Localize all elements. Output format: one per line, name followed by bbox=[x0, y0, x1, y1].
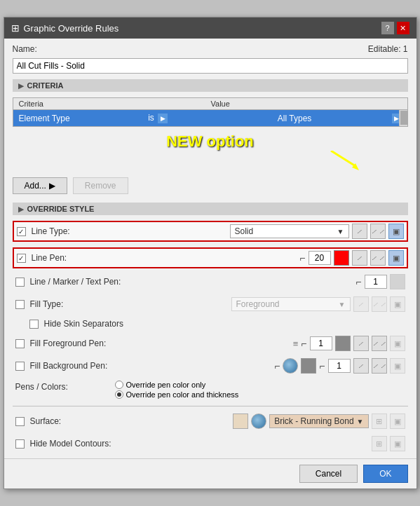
fill-fg-pen-controls: ≡ ⌐ ⟋ ⟋⟋ ▣ bbox=[293, 336, 405, 351]
line-pen-controls: ⌐ ⟋ ⟋⟋ ▣ bbox=[299, 250, 403, 266]
fill-type-label: Fill Type: bbox=[30, 299, 121, 309]
line-pen-row: ✓ Line Pen: ⌐ ⟋ ⟋⟋ ▣ bbox=[13, 247, 408, 268]
radio-pen-color-only-label: Override pen color only bbox=[126, 381, 206, 389]
radio-row-2: Override pen color and thickness bbox=[115, 390, 239, 399]
line-marker-pen-input[interactable] bbox=[365, 275, 387, 289]
globe-icon[interactable] bbox=[283, 358, 298, 374]
surface-value: Brick - Running Bond bbox=[274, 416, 353, 426]
line-pen-icon3[interactable]: ▣ bbox=[388, 250, 404, 266]
surface-dropdown[interactable]: Brick - Running Bond ▼ bbox=[269, 414, 368, 428]
fill-fg-icon2[interactable]: ⟋⟋ bbox=[372, 336, 387, 351]
editable-label: Editable: 1 bbox=[368, 44, 408, 54]
line-type-label: Line Type: bbox=[32, 226, 123, 236]
fill-bg-pen-checkbox[interactable] bbox=[15, 362, 25, 371]
criteria-row[interactable]: Element Type is ▶ All Types ▶ bbox=[13, 110, 407, 126]
name-input[interactable] bbox=[13, 58, 408, 74]
surface-dd-arrow: ▼ bbox=[357, 418, 364, 425]
override-collapse-arrow[interactable]: ▶ bbox=[18, 205, 24, 213]
line-pen-icon2[interactable]: ⟋⟋ bbox=[370, 250, 386, 266]
op-dropdown-arrow[interactable]: ▶ bbox=[158, 114, 168, 123]
help-button[interactable]: ? bbox=[381, 22, 394, 34]
arrow-annotation bbox=[13, 151, 408, 170]
fill-fg-icon3: ▣ bbox=[390, 336, 405, 351]
line-type-checkbox[interactable]: ✓ bbox=[17, 227, 26, 236]
radio-pen-color-thickness-label: Override pen color and thickness bbox=[126, 390, 239, 399]
pens-colors-row: Pens / Colors: Override pen color only O… bbox=[13, 379, 408, 400]
hide-model-checkbox[interactable] bbox=[15, 439, 25, 449]
radio-pen-color-only[interactable] bbox=[115, 381, 123, 389]
fill-fg-pen-checkbox[interactable] bbox=[15, 339, 25, 348]
criteria-cell-type: Element Type bbox=[16, 113, 146, 124]
line-type-dropdown[interactable]: Solid ▼ bbox=[230, 224, 349, 238]
fill-type-value: Foreground bbox=[236, 299, 280, 309]
fill-type-row: Fill Type: Foreground ▼ ⟋ ⟋⟋ ▣ bbox=[13, 295, 408, 313]
fill-type-icon1: ⟋ bbox=[353, 296, 369, 312]
fill-fg-pen-row: Fill Foreground Pen: ≡ ⌐ ⟋ ⟋⟋ ▣ bbox=[13, 334, 408, 353]
fill-bg-pen-input[interactable] bbox=[328, 359, 351, 373]
fill-type-dropdown: Foreground ▼ bbox=[231, 297, 351, 311]
line-marker-pen-label: Line / Marker / Text Pen: bbox=[30, 277, 121, 287]
surface-row: Surface: Brick - Running Bond ▼ ⊞ ▣ bbox=[13, 412, 408, 430]
line-pen-checkbox[interactable]: ✓ bbox=[17, 254, 26, 263]
line-type-dd-arrow: ▼ bbox=[337, 228, 344, 235]
svg-line-0 bbox=[331, 151, 355, 166]
dialog-body: Name: Editable: 1 ▶ CRITERIA Criteria Va… bbox=[4, 39, 416, 458]
criteria-table: Criteria Value Element Type is ▶ All Typ… bbox=[13, 97, 408, 127]
fill-fg-pen-color[interactable] bbox=[335, 336, 351, 351]
fill-bg-pen-color[interactable] bbox=[301, 358, 316, 374]
btn-row: Add... ▶ Remove bbox=[13, 175, 408, 197]
fill-bg-pen-icon2: ⌐ bbox=[319, 360, 325, 371]
fill-type-dd-arrow: ▼ bbox=[339, 301, 346, 308]
fill-fg-pen-input[interactable] bbox=[310, 336, 332, 350]
name-label: Name: bbox=[13, 44, 37, 54]
divider bbox=[13, 406, 408, 406]
fill-bg-pen-controls: ⌐ ⌐ ⟋ ⟋⟋ ▣ bbox=[274, 358, 405, 374]
name-row: Name: Editable: 1 bbox=[13, 44, 408, 54]
fill-type-checkbox[interactable] bbox=[15, 300, 25, 309]
criteria-collapse-arrow[interactable]: ▶ bbox=[18, 82, 24, 90]
line-type-icon3[interactable]: ▣ bbox=[388, 224, 404, 239]
line-marker-pen-controls: ⌐ bbox=[355, 274, 405, 289]
line-pen-input[interactable] bbox=[309, 251, 331, 265]
line-type-row: ✓ Line Type: Solid ▼ ⟋ ⟋⟋ ▣ bbox=[13, 221, 408, 242]
surface-checkbox[interactable] bbox=[15, 417, 25, 426]
line-pen-icon1[interactable]: ⟋ bbox=[352, 250, 367, 266]
override-section-label: OVERRIDE STYLE bbox=[27, 205, 95, 213]
line-marker-pen-checkbox[interactable] bbox=[15, 278, 25, 287]
line-marker-pen-row: Line / Marker / Text Pen: ⌐ bbox=[13, 273, 408, 291]
cancel-button[interactable]: Cancel bbox=[299, 465, 358, 483]
criteria-col-header: Criteria bbox=[13, 98, 205, 109]
hide-skin-checkbox[interactable] bbox=[29, 320, 39, 329]
ok-button[interactable]: OK bbox=[363, 465, 407, 483]
hide-model-controls: ⊞ ▣ bbox=[372, 436, 405, 451]
marker-pen-icon: ⌐ bbox=[355, 276, 361, 287]
pens-colors-label: Pens / Colors: bbox=[15, 381, 107, 392]
fill-bg-icon1[interactable]: ⟋ bbox=[353, 358, 369, 374]
surface-thumbnail[interactable] bbox=[233, 413, 248, 429]
fill-bg-icon2[interactable]: ⟋⟋ bbox=[372, 358, 387, 374]
hide-model-row: Hide Model Contours: ⊞ ▣ bbox=[13, 435, 408, 453]
line-type-icon2[interactable]: ⟋⟋ bbox=[370, 224, 386, 239]
hide-model-icon1: ⊞ bbox=[372, 436, 387, 451]
remove-button: Remove bbox=[73, 177, 128, 194]
add-button[interactable]: Add... ▶ bbox=[13, 177, 67, 194]
criteria-cell-value: All Types ▶ bbox=[275, 113, 405, 124]
override-section-header: ▶ OVERRIDE STYLE bbox=[13, 203, 408, 215]
title-bar: ⊞ Graphic Override Rules ? ✕ bbox=[4, 18, 416, 39]
line-pen-color[interactable] bbox=[334, 250, 349, 266]
fill-type-icon3: ▣ bbox=[390, 296, 405, 312]
line-type-icon1[interactable]: ⟋ bbox=[352, 224, 367, 239]
fill-bg-pen-label: Fill Background Pen: bbox=[30, 361, 121, 371]
scrollbar[interactable] bbox=[399, 110, 407, 126]
radio-pen-color-thickness[interactable] bbox=[115, 390, 123, 399]
surface-globe-icon[interactable] bbox=[251, 413, 266, 429]
fill-fg-icon1[interactable]: ⟋ bbox=[353, 336, 369, 351]
radio-group: Override pen color only Override pen col… bbox=[115, 381, 239, 399]
fill-type-controls: Foreground ▼ ⟋ ⟋⟋ ▣ bbox=[231, 296, 405, 312]
pen-icon: ⌐ bbox=[299, 252, 305, 264]
close-button[interactable]: ✕ bbox=[397, 22, 409, 34]
hide-model-icon2: ▣ bbox=[390, 436, 405, 451]
line-marker-pen-color-btn bbox=[390, 274, 405, 289]
value-col-header: Value bbox=[205, 98, 398, 109]
criteria-header: Criteria Value bbox=[13, 98, 407, 110]
